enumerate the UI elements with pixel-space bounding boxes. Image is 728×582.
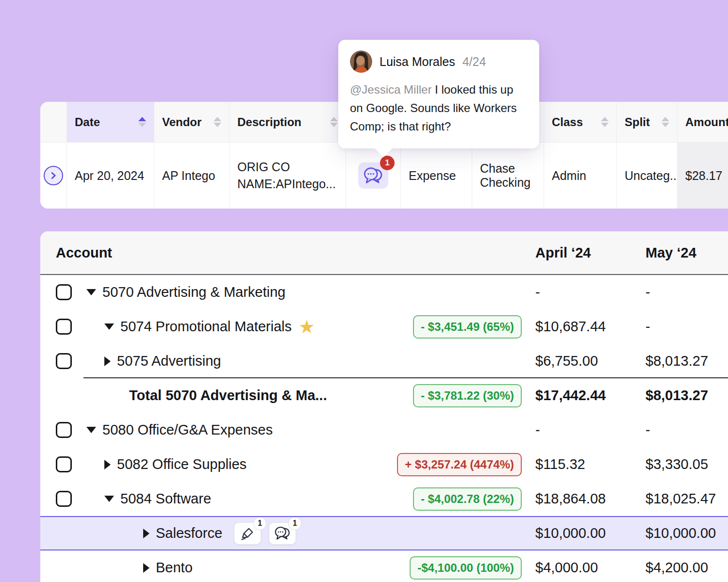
- month2-value: -: [645, 284, 728, 300]
- report-row-5074[interactable]: 5074 Promotional Materials ★ - $3,451.49…: [40, 309, 728, 344]
- column-header-amount[interactable]: Amount: [678, 102, 728, 142]
- month1-value: $4,000.00: [535, 560, 645, 576]
- month1-value: -: [535, 422, 645, 438]
- report-header-month2: May ‘24: [645, 245, 728, 261]
- sort-icon[interactable]: [214, 117, 221, 127]
- report-row-5084[interactable]: 5084 Software - $4,002.78 (22%) $18,864.…: [40, 482, 728, 516]
- comment-date: 4/24: [463, 55, 486, 69]
- month1-value: $17,442.44: [535, 388, 645, 404]
- sort-icon[interactable]: [601, 117, 609, 127]
- column-header-split[interactable]: Split: [617, 102, 678, 142]
- report-row-5075[interactable]: 5075 Advertising $6,755.00 $8,013.27: [40, 344, 728, 378]
- comment-count-badge: 1: [288, 517, 301, 530]
- report-row-bento[interactable]: Bento -$4,100.00 (100%) $4,000.00 $4,200…: [40, 550, 728, 582]
- report-header-month1: April ‘24: [535, 245, 645, 261]
- month2-value: $3,330.05: [645, 456, 728, 472]
- comment-tooltip: Luisa Morales 4/24 @Jessica Miller I loo…: [338, 40, 539, 148]
- chat-bubbles-icon: [363, 166, 383, 185]
- change-badge: - $3,781.22 (30%): [413, 384, 522, 407]
- annotation-button[interactable]: 1: [234, 522, 261, 545]
- row-checkbox[interactable]: [56, 456, 72, 472]
- month2-value: -: [645, 422, 728, 438]
- report-row-total-5070: Total 5070 Advertising & Ma... - $3,781.…: [40, 378, 728, 413]
- column-label-split: Split: [625, 115, 650, 129]
- report-row-salesforce[interactable]: Salesforce 1 1 $10: [40, 516, 728, 550]
- month1-value: $18,864.08: [535, 491, 645, 507]
- month2-value: $4,200.00: [645, 560, 728, 576]
- star-icon[interactable]: ★: [298, 318, 315, 336]
- column-label-vendor: Vendor: [162, 115, 201, 129]
- change-badge: - $3,451.49 (65%): [413, 315, 522, 339]
- column-header-vendor[interactable]: Vendor: [154, 102, 230, 142]
- month2-value: $8,013.27: [645, 353, 728, 369]
- transaction-class: Admin: [544, 143, 617, 209]
- transaction-vendor: AP Intego: [154, 143, 230, 209]
- row-checkbox[interactable]: [56, 353, 72, 369]
- change-badge: -$4,100.00 (100%): [410, 556, 522, 580]
- report-panel: Account April ‘24 May ‘24 5070 Advertisi…: [40, 231, 728, 582]
- month1-value: $10,000.00: [535, 525, 645, 541]
- column-label-class: Class: [552, 115, 583, 129]
- row-checkbox[interactable]: [56, 491, 72, 507]
- chat-bubbles-icon: [274, 526, 291, 541]
- comment-count-badge: 1: [380, 156, 395, 170]
- month1-value: -: [535, 284, 645, 300]
- month2-value: $10,000.00: [645, 525, 728, 541]
- row-checkbox[interactable]: [56, 284, 72, 300]
- collapse-toggle-icon[interactable]: [104, 496, 114, 502]
- expand-toggle-icon[interactable]: [104, 356, 111, 366]
- month1-value: $115.32: [535, 456, 645, 472]
- row-checkbox[interactable]: [56, 319, 72, 335]
- avatar: [350, 50, 372, 73]
- account-name: Salesforce: [156, 525, 222, 541]
- account-name: 5082 Office Supplies: [117, 456, 247, 472]
- sort-icon[interactable]: [330, 117, 338, 127]
- change-badge: - $4,002.78 (22%): [413, 487, 522, 511]
- report-row-5070[interactable]: 5070 Advertising & Marketing - -: [40, 275, 728, 309]
- comment-message: @Jessica Miller I looked this up on Goog…: [350, 81, 528, 136]
- expand-row-button[interactable]: [44, 166, 63, 185]
- collapse-toggle-icon[interactable]: [86, 289, 96, 295]
- transaction-date: Apr 20, 2024: [67, 143, 154, 209]
- comment-button[interactable]: 1: [269, 522, 296, 545]
- transaction-type: Expense: [401, 143, 472, 209]
- month2-value: $18,025.47: [645, 491, 728, 507]
- highlighter-icon: [240, 526, 255, 541]
- column-label-amount: Amount: [685, 115, 728, 129]
- row-checkbox[interactable]: [56, 422, 72, 438]
- month1-value: $10,687.44: [535, 319, 645, 335]
- expand-toggle-icon[interactable]: [143, 563, 149, 573]
- column-label-date: Date: [75, 115, 100, 129]
- account-name: 5070 Advertising & Marketing: [102, 284, 285, 300]
- account-name: 5084 Software: [120, 491, 211, 507]
- collapse-toggle-icon[interactable]: [86, 427, 96, 433]
- report-header-row: Account April ‘24 May ‘24: [40, 231, 728, 275]
- expand-toggle-icon[interactable]: [104, 460, 111, 469]
- annotation-count-badge: 1: [253, 517, 266, 530]
- sort-icon[interactable]: [662, 117, 669, 127]
- column-header-class[interactable]: Class: [544, 102, 617, 142]
- collapse-toggle-icon[interactable]: [104, 323, 114, 330]
- report-header-account: Account: [40, 245, 535, 261]
- transaction-amount: $28.17: [678, 143, 728, 209]
- total-label: Total 5070 Advertising & Ma...: [129, 388, 327, 404]
- report-row-5082[interactable]: 5082 Office Supplies + $3,257.24 (4474%)…: [40, 447, 728, 482]
- comment-button[interactable]: 1: [358, 162, 388, 189]
- account-name: 5074 Promotional Materials: [120, 319, 292, 335]
- expand-toggle-icon[interactable]: [143, 529, 149, 538]
- expander-column-header: [40, 102, 67, 142]
- account-name: 5080 Office/G&A Expenses: [102, 422, 273, 438]
- mention-link[interactable]: @Jessica Miller: [350, 83, 431, 96]
- month1-value: $6,755.00: [535, 353, 645, 369]
- column-header-description[interactable]: Description: [230, 102, 346, 142]
- transaction-description: ORIG CO NAME:APIntego...: [237, 159, 336, 193]
- report-row-5080[interactable]: 5080 Office/G&A Expenses - -: [40, 413, 728, 447]
- chevron-right-icon: [48, 170, 59, 181]
- sort-icon[interactable]: [138, 117, 146, 127]
- transaction-split: Uncateg...: [617, 143, 678, 209]
- transaction-bank-account: Chase Checking: [472, 143, 544, 209]
- change-badge: + $3,257.24 (4474%): [397, 453, 522, 476]
- account-name: Bento: [156, 560, 193, 576]
- column-label-description: Description: [237, 115, 301, 129]
- column-header-date[interactable]: Date: [67, 102, 154, 142]
